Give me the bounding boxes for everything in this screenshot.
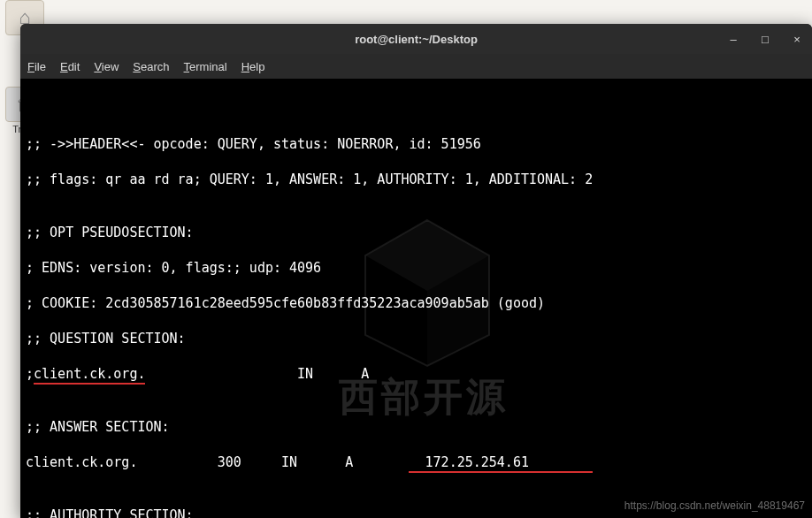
terminal-line: ; COOKIE: 2cd305857161c28eed595cfe60b83f… <box>26 294 807 312</box>
minimize-button[interactable]: – <box>724 29 743 49</box>
menu-edit[interactable]: Edit <box>60 60 80 73</box>
terminal-line: client.ck.org. 300 IN A 172.25.254.61 <box>26 453 807 471</box>
question-domain: client.ck.org. <box>34 366 145 385</box>
menu-terminal[interactable]: Terminal <box>184 60 227 73</box>
maximize-button[interactable]: □ <box>755 29 775 49</box>
menubar: File Edit View Search Terminal Help <box>20 54 812 79</box>
menu-search[interactable]: Search <box>133 60 169 73</box>
titlebar[interactable]: root@client:~/Desktop – □ × <box>20 24 812 54</box>
terminal-line: ;; OPT PSEUDOSECTION: <box>26 224 807 241</box>
window-controls: – □ × <box>724 24 807 54</box>
terminal-line: ;; QUESTION SECTION: <box>26 330 807 347</box>
terminal-line: ;; AUTHORITY SECTION: <box>26 507 807 518</box>
answer-ip: 172.25.254.61 <box>409 454 593 473</box>
window-title: root@client:~/Desktop <box>355 33 478 46</box>
terminal-body[interactable]: 西部开源 ;; ->>HEADER<<- opcode: QUERY, stat… <box>20 79 812 518</box>
terminal-line: ; EDNS: version: 0, flags:; udp: 4096 <box>26 259 807 277</box>
terminal-window: root@client:~/Desktop – □ × File Edit Vi… <box>20 24 812 518</box>
terminal-line: ;; flags: qr aa rd ra; QUERY: 1, ANSWER:… <box>26 171 807 188</box>
terminal-line: ;; ->>HEADER<<- opcode: QUERY, status: N… <box>26 135 807 153</box>
close-button[interactable]: × <box>787 29 807 49</box>
menu-help[interactable]: Help <box>241 60 265 73</box>
watermark-text: 西部开源 <box>339 388 509 406</box>
menu-file[interactable]: File <box>27 60 46 73</box>
menu-view[interactable]: View <box>94 60 119 73</box>
terminal-line: ;; ANSWER SECTION: <box>26 418 807 436</box>
terminal-line: ;client.ck.org. IN A <box>26 365 807 383</box>
